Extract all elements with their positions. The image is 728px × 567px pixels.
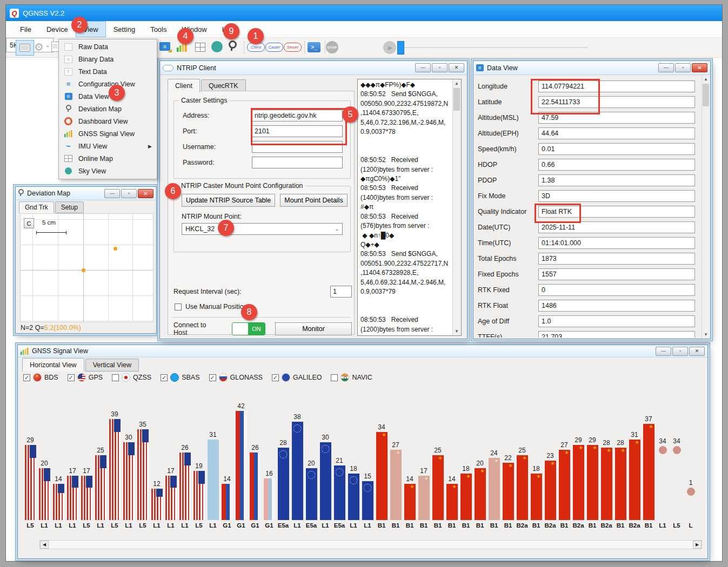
request-interval-input[interactable]: 1 <box>330 286 352 298</box>
ntrip-caster-button[interactable]: Caster <box>265 43 283 52</box>
china-star: ★ <box>536 474 540 479</box>
checkbox-navic[interactable] <box>331 374 338 381</box>
terminal-button[interactable]: >_ <box>308 42 320 52</box>
signal-bar-galileo: 18L1 <box>346 386 360 531</box>
submenu-arrow-icon: ▶ <box>148 144 152 149</box>
view-menu-item-sky-view[interactable]: Sky View <box>59 165 157 177</box>
scroll-down-arrow[interactable]: ▼ <box>702 330 710 339</box>
mount-point-legend: NTRIP Caster Mount Point Configuration <box>179 182 305 190</box>
signal-bar-bds: 29★B2a <box>571 386 585 531</box>
view-menu-item-configuration-view[interactable]: ≡Configuration View <box>59 78 157 90</box>
tab-client[interactable]: Client <box>168 79 200 92</box>
signal-bar: ★ <box>376 432 388 520</box>
view-menu-item-gnss-signal-view[interactable]: GNSS Signal View <box>59 127 157 140</box>
center-button[interactable]: C <box>24 218 34 228</box>
stop-button[interactable]: STOP <box>326 41 338 53</box>
connect-toggle[interactable]: ON <box>232 322 265 335</box>
menubar-item-setting[interactable]: Setting <box>106 21 143 37</box>
use-manual-position-checkbox[interactable] <box>175 303 182 310</box>
view-menu-item-online-map[interactable]: Online Map <box>59 152 157 165</box>
bar-frequency-label: E5a <box>278 520 289 531</box>
online-map-toolbar-button[interactable] <box>195 43 205 52</box>
china-star: ★ <box>480 468 484 474</box>
signal-bar-galileo: 15L1 <box>360 386 375 531</box>
ntrip-titlebar[interactable]: NTRIP Client — ▫ ✕ <box>160 61 467 75</box>
close-button[interactable]: ✕ <box>692 63 707 72</box>
view-menu-item-binary-data[interactable]: oBinary Data <box>59 53 157 65</box>
view-menu-item-dashboard-view[interactable]: Dashboard View <box>59 115 157 127</box>
checkbox-bds[interactable]: ✓ <box>23 374 30 381</box>
menubar-item-device[interactable]: Device <box>39 21 76 37</box>
scroll-left-arrow[interactable]: ◀ <box>40 541 49 549</box>
message-view-button[interactable]: ≡ <box>159 42 170 51</box>
signal-bar <box>306 468 317 520</box>
position-dot <box>82 268 85 272</box>
close-button[interactable]: ✕ <box>138 189 153 198</box>
scroll-right-arrow[interactable]: ▶ <box>693 541 702 549</box>
log-scrollbar[interactable]: ▲ ▼ <box>452 79 461 335</box>
checkbox-galileo[interactable]: ✓ <box>272 374 279 381</box>
bar-frequency-label: G1 <box>251 520 259 531</box>
bar-value-label: 20 <box>308 460 315 467</box>
ntrip-server-button[interactable]: Server <box>284 43 302 52</box>
ntrip-log-pane[interactable]: ◆◆◆π◆FP%)◆F◆ 08:50:52 Send $GNGGA, 00505… <box>357 79 462 336</box>
gnss-titlebar[interactable]: GNSS Signal View — ▫ ✕ <box>18 345 707 357</box>
tab-gnd-trk[interactable]: Gnd Trk <box>19 201 54 213</box>
checkbox-gps[interactable]: ✓ <box>68 374 75 381</box>
view-menu-item-deviation-map[interactable]: Deviation Map <box>59 103 157 115</box>
view-menu-item-raw-data[interactable]: Raw Data <box>59 40 157 53</box>
dataview-scrollbar[interactable]: ▲ ▼ <box>702 75 710 339</box>
view-menu-item-text-data[interactable]: TText Data <box>59 65 157 78</box>
minimize-button[interactable]: — <box>104 189 120 198</box>
checkbox-sbas[interactable]: ✓ <box>161 374 168 381</box>
field-input-password[interactable] <box>252 157 343 168</box>
signal-bar-bds: 27★B1 <box>389 386 403 531</box>
sky-view-toolbar-button[interactable] <box>211 41 223 52</box>
view-menu-item-imu-view[interactable]: ~IMU View▶ <box>59 140 157 152</box>
signal-bar-galileo: 38L1 <box>290 386 304 531</box>
mount-point-details-button[interactable]: Mount Point Details <box>280 194 347 207</box>
tab-horizontal-view[interactable]: Horizontal View <box>22 358 84 372</box>
tab-setup[interactable]: Setup <box>55 201 84 213</box>
scroll-up-arrow[interactable]: ▲ <box>453 79 460 87</box>
bar-frequency-label: B2a <box>600 520 612 531</box>
view-menu-item-data-view[interactable]: ≡Data View <box>59 90 157 103</box>
close-button[interactable]: ✕ <box>449 63 464 72</box>
dataview-titlebar[interactable]: ≡ Data View — ▫ ✕ <box>473 61 710 75</box>
signal-bar <box>95 455 106 520</box>
menubar-item-tools[interactable]: Tools <box>143 21 174 37</box>
tab-vertical-view[interactable]: Vertical View <box>85 359 139 372</box>
playback-slider-handle[interactable] <box>397 41 404 55</box>
mount-point-select[interactable]: HKCL_32 ⌄ <box>182 223 343 235</box>
eu-stars-emblem <box>322 445 330 453</box>
checkbox-qzss[interactable] <box>112 374 119 381</box>
scroll-thumb[interactable] <box>703 84 709 106</box>
play-button[interactable]: ▶ <box>383 41 396 54</box>
china-star: ★ <box>494 458 498 463</box>
deviation-titlebar[interactable]: Deviation Map — ▫ ✕ <box>16 187 156 200</box>
menubar-item-file[interactable]: File <box>12 21 39 37</box>
scroll-down-arrow[interactable]: ▼ <box>453 327 460 335</box>
restore-button[interactable]: ▫ <box>121 189 137 198</box>
menu-bar: FileDeviceViewSettingToolsWindowHelp <box>6 21 722 38</box>
minimize-button[interactable]: — <box>658 63 674 72</box>
deviation-map-toolbar-button[interactable] <box>229 43 237 51</box>
minimize-button[interactable]: — <box>415 63 431 72</box>
scroll-up-arrow[interactable]: ▲ <box>702 75 710 83</box>
checkbox-glonass[interactable]: ✓ <box>209 374 216 381</box>
restore-button[interactable]: ▫ <box>675 63 691 72</box>
us-canton <box>58 484 64 493</box>
row-label: HDOP <box>478 161 538 168</box>
restore-button[interactable]: ▫ <box>432 63 448 72</box>
close-button[interactable]: ✕ <box>689 347 705 356</box>
scroll-thumb[interactable] <box>453 88 460 111</box>
settings-gear-button[interactable]: ⚙ <box>34 40 44 53</box>
restore-button[interactable]: ▫ <box>672 347 688 356</box>
minimize-button[interactable]: — <box>656 347 671 356</box>
toolbar-separator <box>304 41 305 54</box>
update-source-table-button[interactable]: Update NTRIP Source Table <box>182 194 275 207</box>
chart-hscrollbar[interactable]: ◀ ▶ <box>39 540 702 549</box>
monitor-button[interactable]: Monitor <box>275 322 352 335</box>
device-connect-button[interactable] <box>16 40 34 56</box>
playback-slider-track[interactable] <box>397 47 587 48</box>
